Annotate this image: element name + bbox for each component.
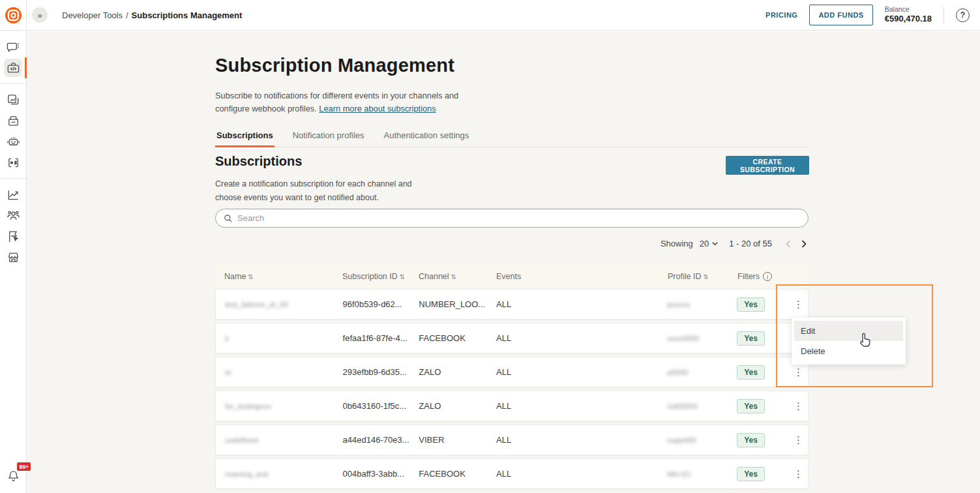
logo-column [0,0,27,31]
row-actions-kebab-icon[interactable]: ⋮ [794,435,803,445]
section-description-line2: choose events you want to get notified a… [215,193,379,202]
table-row[interactable]: undefined a44ed146-70e3... VIBER ALL sup… [215,425,809,455]
row-channel: NUMBER_LOO... [419,299,485,309]
row-events: ALL [496,435,511,445]
row-subscription-id: 0b643160-1f5c... [343,401,407,411]
table-body: test_failover_id_00 96f0b539-d62... NUMB… [215,289,809,492]
sidebar-item-developer-tools[interactable] [0,57,27,78]
sidebar-expand-button[interactable]: » [32,7,48,23]
sidebar-item-analytics[interactable] [0,184,27,205]
row-actions-kebab-icon[interactable]: ⋮ [794,401,803,411]
row-profile-id: Ud00000 [667,402,698,410]
table-row[interactable]: id 293efbb9-6d35... ZALO ALL p0000 Yes ⋮ [215,357,809,387]
column-header-profile-id[interactable]: Profile ID⇅ [668,272,737,281]
sidebar-item-chatbot[interactable] [0,131,27,152]
context-menu-item-edit[interactable]: Edit [794,321,903,341]
row-channel: FACEBOOK [419,333,466,343]
previous-page-icon[interactable] [784,239,793,248]
context-menu-item-delete[interactable]: Delete [794,341,903,361]
search-icon [224,214,233,223]
search-input[interactable] [237,213,800,223]
sidebar-item-exchange[interactable] [0,246,27,267]
filters-status-badge: Yes [737,297,765,312]
table-row[interactable]: test_failover_id_00 96f0b539-d62... NUMB… [215,289,809,320]
tab-bar: Subscriptions Notification profiles Auth… [215,127,809,147]
analytics-icon [4,185,22,203]
sidebar-divider [0,83,27,84]
sort-icon: ⇅ [248,273,253,280]
row-profile-id: xxxx0000 [667,335,699,342]
breadcrumb: Developer Tools / Subscriptions Manageme… [62,10,242,20]
moments-icon [4,227,22,245]
sidebar-nav: 99+ [0,31,27,493]
row-name: test_failover_id_00 [225,301,288,308]
next-page-icon[interactable] [799,239,809,248]
table-header: Name⇅ Subscription ID⇅ Channel⇅ Events P… [215,264,809,289]
page-size-value: 20 [700,239,709,248]
row-profile-id: NH-I21 [667,470,690,478]
column-header-name[interactable]: Name⇅ [215,272,342,281]
column-header-channel[interactable]: Channel⇅ [419,272,496,281]
sidebar-item-people[interactable] [0,205,27,226]
main-content: Subscription Management Subscribe to not… [27,31,980,493]
row-actions-kebab-icon[interactable]: ⋮ [794,367,803,377]
showing-label: Showing [661,239,693,248]
row-subscription-id: a44ed146-70e3... [343,435,409,445]
sort-icon: ⇅ [451,273,456,280]
row-name: for_testingxxx [225,402,271,410]
balance-label: Balance [885,5,932,14]
filters-status-badge: Yes [737,399,765,413]
row-name: id [225,368,231,376]
table-row[interactable]: for_testingxxx 0b643160-1f5c... ZALO ALL… [215,391,809,421]
exchange-icon [4,248,22,266]
topbar-divider [943,7,944,23]
row-actions-kebab-icon[interactable]: ⋮ [794,469,803,479]
tab-subscriptions[interactable]: Subscriptions [215,127,275,147]
add-funds-button[interactable]: ADD FUNDS [809,5,872,25]
sort-icon: ⇅ [400,273,405,280]
help-icon[interactable]: ? [956,8,970,22]
sidebar-item-conversations[interactable] [0,37,27,57]
filters-info-icon[interactable]: i [763,272,772,281]
notification-count-badge: 99+ [17,462,31,471]
chatbot-icon [4,132,22,151]
row-actions-kebab-icon[interactable]: ⋮ [794,299,803,309]
section-description: Create a notification subscription for e… [215,177,412,204]
row-subscription-id: 96f0b539-d62... [343,299,402,309]
sidebar-divider [0,178,27,179]
pricing-link[interactable]: PRICING [765,11,797,19]
sidebar-item-api-keywords[interactable] [0,152,27,173]
people-icon [4,206,22,224]
filters-status-badge: Yes [737,433,765,447]
row-profile-id: pxxxxx [667,301,690,308]
create-subscription-button[interactable]: CREATE SUBSCRIPTION [726,156,809,175]
tab-notification-profiles[interactable]: Notification profiles [291,127,366,147]
sidebar-item-notifications[interactable]: 99+ [0,469,27,485]
section-title: Subscriptions [215,154,302,169]
breadcrumb-separator: / [126,10,128,20]
sidebar-item-broadcast[interactable] [0,110,27,131]
sidebar-item-channels[interactable] [0,89,27,110]
learn-more-link[interactable]: Learn more about subscriptions [319,104,436,113]
table-row[interactable]: roaming_test 004baff3-3abb... FACEBOOK A… [215,458,809,489]
top-bar-main: » Developer Tools / Subscriptions Manage… [27,0,980,30]
pagination-bar: Showing 20 1 - 20 of 55 [215,239,809,248]
pagination-range: 1 - 20 of 55 [729,239,772,248]
column-header-events: Events [496,272,668,281]
row-events: ALL [496,367,511,377]
row-channel: VIBER [419,435,444,445]
column-header-filters: Filtersi [737,272,790,281]
row-events: ALL [496,299,511,309]
tab-authentication-settings[interactable]: Authentication settings [383,127,471,147]
table-row[interactable]: ii fefaa1f6-87fe-4... FACEBOOK ALL xxxx0… [215,323,809,353]
sidebar-item-moments[interactable] [0,226,27,246]
developer-tools-icon [4,59,22,77]
row-subscription-id: 293efbb9-6d35... [343,367,407,377]
breadcrumb-section[interactable]: Developer Tools [62,10,123,20]
row-events: ALL [496,401,511,411]
page-size-dropdown[interactable]: 20 [700,239,719,248]
page-title: Subscription Management [215,55,454,76]
chevron-down-icon [711,240,719,247]
column-header-subscription-id[interactable]: Subscription ID⇅ [342,272,419,281]
section-description-line1: Create a notification subscription for e… [215,179,412,188]
